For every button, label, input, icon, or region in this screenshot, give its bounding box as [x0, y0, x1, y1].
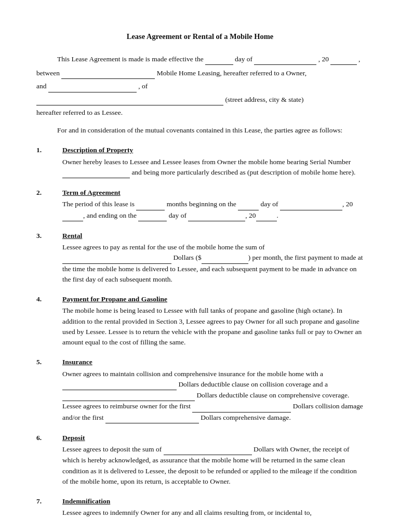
- consideration-text: For and in consideration of the mutual c…: [57, 126, 342, 134]
- intro-section: This Lease Agreement is made is made eff…: [36, 54, 364, 118]
- section-4-header: 4. Payment for Propane and Gasoline: [36, 294, 364, 304]
- blank-months: [136, 199, 165, 210]
- blank-rental-num: [202, 252, 248, 263]
- section-7: 7. Indemnification Lessee agrees to inde…: [36, 496, 364, 518]
- blank-year: [330, 54, 356, 65]
- section-7-num: 7.: [36, 496, 62, 507]
- blank-end-year: [256, 210, 277, 221]
- intro-text-1: This Lease Agreement is made is made eff…: [57, 55, 204, 63]
- section-4-body: The mobile home is being leased to Lesse…: [36, 305, 364, 348]
- blank-reimburse: [192, 401, 291, 412]
- section-5-title: Insurance: [62, 357, 92, 367]
- blank-deposit: [164, 444, 252, 455]
- of-text: , of: [138, 82, 148, 90]
- section-7-title: Indemnification: [62, 496, 110, 507]
- blank-day: [205, 54, 233, 65]
- intro-line-1: This Lease Agreement is made is made eff…: [36, 54, 364, 65]
- address-label: (street address, city & state): [225, 96, 303, 103]
- section-1-header: 1. Description of Property: [36, 145, 364, 155]
- section-5-body: Owner agrees to maintain collision and c…: [36, 369, 364, 423]
- section-4-num: 4.: [36, 294, 62, 304]
- section-5-text: Owner agrees to maintain collision and c…: [62, 369, 364, 423]
- section-2-text: The period of this lease is months begin…: [62, 199, 364, 221]
- section-2-body: The period of this lease is months begin…: [36, 199, 364, 221]
- blank-start-month: [280, 199, 342, 210]
- section-6-body: Lessee agrees to deposit the sum of Doll…: [36, 444, 364, 487]
- intro-line-5: hereafter referred to as Lessee.: [36, 108, 364, 118]
- section-3-num: 3.: [36, 231, 62, 241]
- intro-text-4: ,: [358, 55, 360, 63]
- section-7-body: Lessee agrees to indemnify Owner for any…: [36, 508, 364, 518]
- section-5-header: 5. Insurance: [36, 357, 364, 367]
- section-1-num: 1.: [36, 145, 62, 155]
- intro-text-3: , 20: [318, 55, 329, 63]
- blank-start-day: [238, 199, 259, 210]
- section-6-num: 6.: [36, 433, 62, 443]
- section-6: 6. Deposit Lessee agrees to deposit the …: [36, 433, 364, 487]
- section-1: 1. Description of Property Owner hereby …: [36, 145, 364, 178]
- mobile-home-text: Mobile Home Leasing, hereafter referred …: [157, 69, 306, 77]
- blank-comprehensive-damage: [105, 413, 199, 423]
- section-6-header: 6. Deposit: [36, 433, 364, 443]
- intro-line-3: and , of: [36, 81, 364, 92]
- section-2-title: Term of Agreement: [62, 188, 121, 198]
- intro-text-2: day of: [235, 55, 255, 63]
- section-2-header: 2. Term of Agreement: [36, 188, 364, 198]
- blank-start-year: [62, 210, 83, 221]
- intro-line-2: between Mobile Home Leasing, hereafter r…: [36, 68, 364, 79]
- consideration-para: For and in consideration of the mutual c…: [36, 125, 364, 136]
- section-3-text: Lessee agrees to pay as rental for the u…: [62, 242, 364, 285]
- blank-collision-deductible: [62, 379, 177, 390]
- section-3: 3. Rental Lessee agrees to pay as rental…: [36, 231, 364, 285]
- section-3-body: Lessee agrees to pay as rental for the u…: [36, 242, 364, 285]
- document-title: Lease Agreement or Rental of a Mobile Ho…: [36, 31, 364, 43]
- section-7-header: 7. Indemnification: [36, 496, 364, 507]
- blank-end-month: [188, 210, 245, 221]
- section-1-title: Description of Property: [62, 145, 133, 155]
- section-4: 4. Payment for Propane and Gasoline The …: [36, 294, 364, 348]
- lessee-ref: hereafter referred to as Lessee.: [36, 109, 123, 116]
- section-4-text: The mobile home is being leased to Lesse…: [62, 305, 364, 348]
- blank-end-day: [138, 210, 167, 221]
- section-7-text: Lessee agrees to indemnify Owner for any…: [62, 508, 364, 518]
- section-3-header: 3. Rental: [36, 231, 364, 241]
- section-3-title: Rental: [62, 231, 82, 241]
- blank-rental-words: [62, 252, 171, 263]
- blank-between: [61, 68, 155, 79]
- intro-line-4: (street address, city & state): [36, 95, 364, 105]
- and-label: and: [36, 82, 48, 90]
- section-1-body: Owner hereby leases to Lessee and Lessee…: [36, 157, 364, 179]
- blank-address: [36, 95, 223, 105]
- section-6-text: Lessee agrees to deposit the sum of Doll…: [62, 444, 364, 487]
- section-4-title: Payment for Propane and Gasoline: [62, 294, 167, 304]
- blank-month: [254, 54, 316, 65]
- between-label: between: [36, 69, 61, 77]
- blank-and: [48, 81, 137, 92]
- section-1-text: Owner hereby leases to Lessee and Lessee…: [62, 157, 364, 179]
- section-2-num: 2.: [36, 188, 62, 198]
- section-5-num: 5.: [36, 357, 62, 367]
- blank-comprehensive-deductible: [62, 390, 195, 401]
- section-5: 5. Insurance Owner agrees to maintain co…: [36, 357, 364, 423]
- blank-serial: [62, 167, 130, 178]
- section-6-title: Deposit: [62, 433, 85, 443]
- document-page: Lease Agreement or Rental of a Mobile Ho…: [0, 0, 400, 532]
- section-2: 2. Term of Agreement The period of this …: [36, 188, 364, 221]
